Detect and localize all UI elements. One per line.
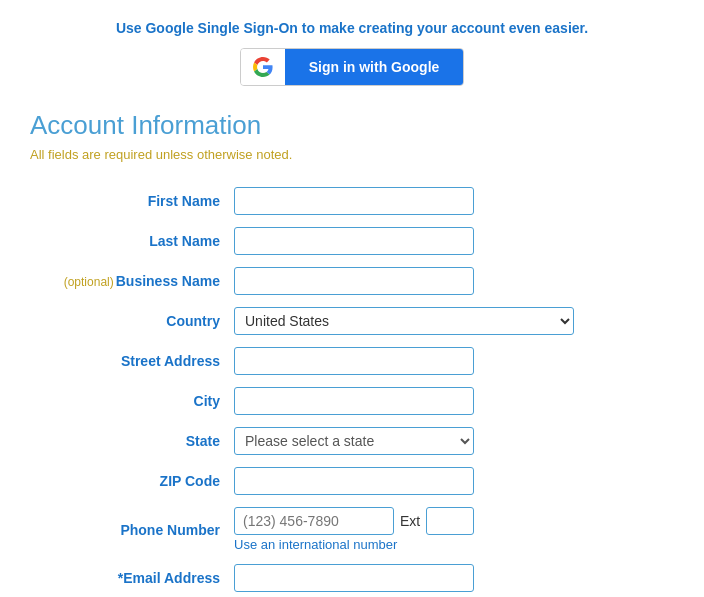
first-name-label: First Name xyxy=(30,184,230,218)
street-address-input[interactable] xyxy=(234,347,474,375)
last-name-label: Last Name xyxy=(30,224,230,258)
google-signin-label: Sign in with Google xyxy=(285,49,464,85)
city-row: City xyxy=(30,384,674,418)
ext-input[interactable] xyxy=(426,507,474,535)
email-row: *Email Address xyxy=(30,561,674,595)
first-name-input[interactable] xyxy=(234,187,474,215)
email-input-cell xyxy=(230,561,674,595)
country-select[interactable]: United StatesCanadaUnited KingdomAustral… xyxy=(234,307,574,335)
business-name-label: (optional)Business Name xyxy=(30,264,230,298)
account-info-section: Account Information All fields are requi… xyxy=(30,110,674,597)
country-select-cell: United StatesCanadaUnited KingdomAustral… xyxy=(230,304,674,338)
ext-label: Ext xyxy=(400,513,420,529)
phone-row-container: Ext xyxy=(234,507,670,535)
city-input[interactable] xyxy=(234,387,474,415)
google-logo xyxy=(241,49,285,85)
street-address-input-cell xyxy=(230,344,674,378)
country-row: Country United StatesCanadaUnited Kingdo… xyxy=(30,304,674,338)
required-note: All fields are required unless otherwise… xyxy=(30,147,674,162)
phone-input-cell: Ext Use an international number xyxy=(230,504,674,555)
sso-text: Use Google Single Sign-On to make creati… xyxy=(30,20,674,36)
phone-number-label: Phone Number xyxy=(30,504,230,555)
last-name-input-cell xyxy=(230,224,674,258)
first-name-input-cell xyxy=(230,184,674,218)
zip-code-row: ZIP Code xyxy=(30,464,674,498)
state-label: State xyxy=(30,424,230,458)
email-label: *Email Address xyxy=(30,561,230,595)
phone-row: Phone Number Ext Use an international nu… xyxy=(30,504,674,555)
google-signin-button[interactable]: Sign in with Google xyxy=(240,48,465,86)
business-name-input[interactable] xyxy=(234,267,474,295)
optional-text: (optional) xyxy=(64,275,114,289)
phone-input[interactable] xyxy=(234,507,394,535)
last-name-row: Last Name xyxy=(30,224,674,258)
city-label: City xyxy=(30,384,230,418)
zip-code-input[interactable] xyxy=(234,467,474,495)
sso-section: Use Google Single Sign-On to make creati… xyxy=(30,20,674,86)
state-row: State Please select a stateAlabamaAlaska… xyxy=(30,424,674,458)
first-name-row: First Name xyxy=(30,184,674,218)
international-number-link[interactable]: Use an international number xyxy=(234,537,670,552)
zip-code-label: ZIP Code xyxy=(30,464,230,498)
zip-code-input-cell xyxy=(230,464,674,498)
street-address-row: Street Address xyxy=(30,344,674,378)
business-name-row: (optional)Business Name xyxy=(30,264,674,298)
street-address-label: Street Address xyxy=(30,344,230,378)
last-name-input[interactable] xyxy=(234,227,474,255)
state-select[interactable]: Please select a stateAlabamaAlaskaArizon… xyxy=(234,427,474,455)
email-input[interactable] xyxy=(234,564,474,592)
state-select-cell: Please select a stateAlabamaAlaskaArizon… xyxy=(230,424,674,458)
account-info-title: Account Information xyxy=(30,110,674,141)
country-label: Country xyxy=(30,304,230,338)
account-form: First Name Last Name (optional)Business … xyxy=(30,178,674,597)
business-name-input-cell xyxy=(230,264,674,298)
city-input-cell xyxy=(230,384,674,418)
